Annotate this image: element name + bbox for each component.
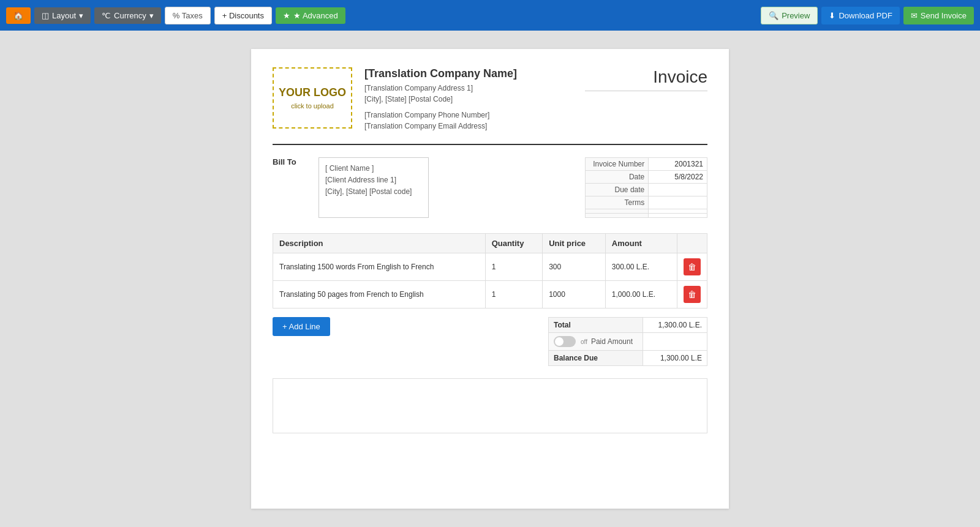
company-address2[interactable]: [City], [State] [Postal Code] bbox=[364, 94, 585, 105]
table-row: Translating 50 pages from French to Engl… bbox=[273, 281, 707, 308]
client-address2: [City], [State] [Postal code] bbox=[325, 186, 422, 198]
logo-text: YOUR LOGO bbox=[279, 86, 346, 100]
balance-due-row: Balance Due 1,300.00 L.E bbox=[549, 351, 707, 366]
discounts-label: + Discounts bbox=[222, 11, 264, 20]
trash-icon: 🗑 bbox=[688, 290, 696, 299]
home-icon: 🏠 bbox=[13, 11, 23, 20]
line2-unit-price[interactable]: 1000 bbox=[543, 281, 606, 308]
extra-label1 bbox=[586, 209, 649, 214]
line1-delete-cell: 🗑 bbox=[677, 253, 707, 281]
balance-due-value: 1,300.00 L.E bbox=[643, 351, 707, 366]
layout-caret: ▾ bbox=[79, 11, 83, 20]
paid-amount-label: off Paid Amount bbox=[549, 333, 643, 351]
line2-quantity[interactable]: 1 bbox=[485, 281, 543, 308]
actions-totals-row: + Add Line Total 1,300.00 L.E. bbox=[273, 317, 707, 366]
col-unit-price: Unit price bbox=[543, 234, 606, 253]
layout-label: Layout bbox=[52, 11, 76, 20]
toggle-knob bbox=[555, 337, 564, 346]
terms-value[interactable] bbox=[649, 196, 707, 209]
bill-to-fields[interactable]: [ Client Name ] [Client Address line 1] … bbox=[318, 157, 429, 218]
company-phone[interactable]: [Translation Company Phone Number] bbox=[364, 110, 585, 121]
toolbar-left: 🏠 ◫ Layout ▾ ℃ Currency ▾ % Taxes + Disc… bbox=[6, 7, 345, 24]
taxes-label: % Taxes bbox=[173, 11, 203, 20]
total-row: Total 1,300.00 L.E. bbox=[549, 318, 707, 333]
invoice-title-box: Invoice bbox=[585, 67, 707, 91]
line1-amount[interactable]: 300.00 L.E. bbox=[605, 253, 677, 281]
download-button[interactable]: ⬇ Download PDF bbox=[821, 7, 899, 24]
preview-icon: 🔍 bbox=[769, 11, 778, 20]
currency-caret: ▾ bbox=[149, 11, 154, 20]
logo-upload-box[interactable]: YOUR LOGO click to upload bbox=[273, 67, 352, 129]
paid-amount-text: Paid Amount bbox=[591, 337, 633, 346]
due-date-value[interactable] bbox=[649, 184, 707, 196]
date-label: Date bbox=[586, 171, 649, 184]
col-actions bbox=[677, 234, 707, 253]
total-value: 1,300.00 L.E. bbox=[643, 318, 707, 333]
extra-value1[interactable] bbox=[649, 209, 707, 214]
download-label: Download PDF bbox=[839, 11, 892, 20]
company-info: [Translation Company Name] [Translation … bbox=[364, 67, 585, 132]
line1-description[interactable]: Translating 1500 words From English to F… bbox=[273, 253, 486, 281]
paid-amount-value[interactable] bbox=[643, 333, 707, 351]
discounts-button[interactable]: + Discounts bbox=[214, 7, 272, 24]
col-quantity: Quantity bbox=[485, 234, 543, 253]
currency-button[interactable]: ℃ Currency ▾ bbox=[94, 7, 161, 24]
toggle-off-label: off bbox=[581, 338, 587, 345]
line1-quantity[interactable]: 1 bbox=[485, 253, 543, 281]
currency-label: Currency bbox=[114, 11, 146, 20]
send-label: Send Invoice bbox=[921, 11, 967, 20]
terms-label: Terms bbox=[586, 196, 649, 209]
taxes-button[interactable]: % Taxes bbox=[165, 7, 211, 24]
bill-to-label: Bill To bbox=[273, 157, 309, 218]
total-label: Total bbox=[549, 318, 643, 333]
layout-icon: ◫ bbox=[42, 11, 49, 20]
client-name: [ Client Name ] bbox=[325, 163, 422, 174]
send-invoice-button[interactable]: ✉ Send Invoice bbox=[903, 7, 974, 24]
table-row: Translating 1500 words From English to F… bbox=[273, 253, 707, 281]
date-value[interactable]: 5/8/2022 bbox=[649, 171, 707, 184]
totals-table: Total 1,300.00 L.E. off Paid Amount bbox=[548, 317, 707, 366]
invoice-paper: YOUR LOGO click to upload [Translation C… bbox=[251, 49, 729, 509]
invoice-header: YOUR LOGO click to upload [Translation C… bbox=[273, 67, 707, 132]
bill-to-block: Bill To [ Client Name ] [Client Address … bbox=[273, 157, 429, 218]
layout-button[interactable]: ◫ Layout ▾ bbox=[34, 7, 91, 24]
extra-value2[interactable] bbox=[649, 214, 707, 218]
add-line-label: + Add Line bbox=[282, 322, 320, 331]
line2-delete-cell: 🗑 bbox=[677, 281, 707, 308]
line1-delete-button[interactable]: 🗑 bbox=[684, 258, 701, 275]
advanced-label: ★ Advanced bbox=[293, 11, 338, 20]
invoice-number-label: Invoice Number bbox=[586, 158, 649, 171]
currency-icon: ℃ bbox=[102, 11, 111, 20]
page-background: YOUR LOGO click to upload [Translation C… bbox=[0, 31, 980, 527]
preview-button[interactable]: 🔍 Preview bbox=[761, 7, 818, 24]
send-icon: ✉ bbox=[911, 11, 918, 20]
line2-amount[interactable]: 1,000.00 L.E. bbox=[605, 281, 677, 308]
company-email[interactable]: [Translation Company Email Address] bbox=[364, 121, 585, 132]
notes-box[interactable] bbox=[273, 378, 707, 433]
toolbar: 🏠 ◫ Layout ▾ ℃ Currency ▾ % Taxes + Disc… bbox=[0, 0, 980, 31]
company-name[interactable]: [Translation Company Name] bbox=[364, 67, 585, 80]
line1-unit-price[interactable]: 300 bbox=[543, 253, 606, 281]
col-description: Description bbox=[273, 234, 486, 253]
paid-amount-row: off Paid Amount bbox=[549, 333, 707, 351]
add-line-area: + Add Line bbox=[273, 317, 330, 336]
line-items-table: Description Quantity Unit price Amount T… bbox=[273, 233, 707, 308]
header-divider bbox=[273, 144, 707, 145]
invoice-number-value[interactable]: 2001321 bbox=[649, 158, 707, 171]
line2-description[interactable]: Translating 50 pages from French to Engl… bbox=[273, 281, 486, 308]
extra-label2 bbox=[586, 214, 649, 218]
advanced-button[interactable]: ★ ★ Advanced bbox=[276, 7, 345, 24]
line2-delete-button[interactable]: 🗑 bbox=[684, 286, 701, 303]
balance-due-label: Balance Due bbox=[549, 351, 643, 366]
paid-amount-toggle[interactable] bbox=[554, 336, 576, 347]
invoice-details-table: Invoice Number 2001321 Date 5/8/2022 Due… bbox=[585, 157, 707, 218]
download-icon: ⬇ bbox=[829, 11, 835, 20]
trash-icon: 🗑 bbox=[688, 262, 696, 272]
logo-upload-text: click to upload bbox=[291, 102, 334, 110]
client-address1: [Client Address line 1] bbox=[325, 174, 422, 186]
billing-section: Bill To [ Client Name ] [Client Address … bbox=[273, 157, 707, 218]
home-button[interactable]: 🏠 bbox=[6, 7, 31, 24]
totals-block: Total 1,300.00 L.E. off Paid Amount bbox=[548, 317, 707, 366]
company-address1[interactable]: [Translation Company Address 1] bbox=[364, 83, 585, 94]
add-line-button[interactable]: + Add Line bbox=[273, 317, 330, 336]
